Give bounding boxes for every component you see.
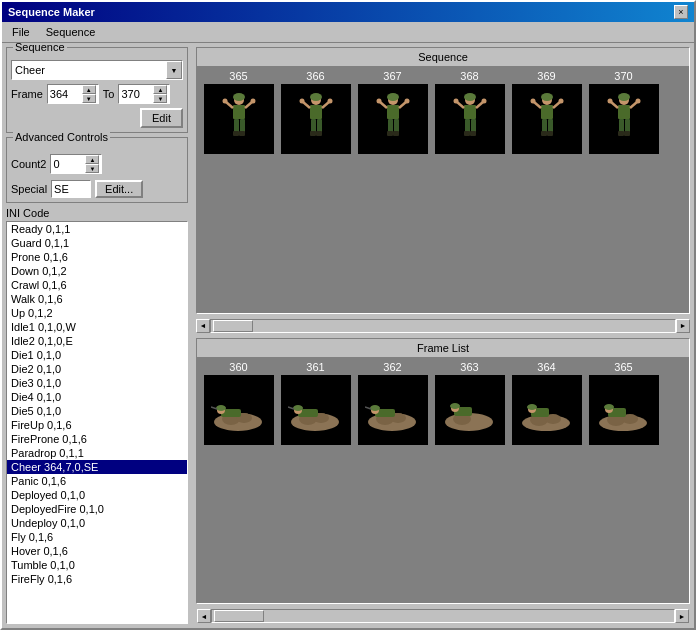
svg-rect-35 [464, 105, 476, 119]
ini-list-item[interactable]: Cheer 364,7,0,SE [7, 460, 187, 474]
ini-list-item[interactable]: Undeploy 0,1,0 [7, 516, 187, 530]
frame-list-cell[interactable]: 361 [278, 361, 353, 445]
ini-list-item[interactable]: Down 0,1,2 [7, 264, 187, 278]
ini-list-item[interactable]: Up 0,1,2 [7, 306, 187, 320]
menu-sequence[interactable]: Sequence [40, 24, 102, 40]
svg-point-38 [453, 98, 458, 103]
svg-point-78 [293, 405, 303, 411]
ini-list-item[interactable]: Idle1 0,1,0,W [7, 320, 187, 334]
special-label: Special [11, 183, 47, 195]
ini-list-item[interactable]: DeployedFire 0,1,0 [7, 502, 187, 516]
frame-input[interactable] [48, 87, 82, 101]
sequence-dropdown[interactable]: Cheer ▼ [11, 60, 183, 80]
sequence-edit-button[interactable]: Edit [140, 108, 183, 128]
to-spinner[interactable]: ▲ ▼ [118, 84, 170, 104]
frame-spinner[interactable]: ▲ ▼ [47, 84, 99, 104]
svg-line-37 [476, 102, 483, 108]
top-scrollbar-area: ◄ ► [196, 318, 690, 334]
scroll-right-arrow[interactable]: ► [676, 319, 690, 333]
scroll-thumb[interactable] [213, 320, 253, 332]
sequence-frame-cell[interactable]: 366 [278, 70, 353, 154]
svg-point-17 [327, 98, 332, 103]
ini-list-item[interactable]: Deployed 0,1,0 [7, 488, 187, 502]
frame-list-frame-number: 364 [537, 361, 555, 373]
frame-spinner-up[interactable]: ▲ [82, 85, 96, 94]
svg-rect-2 [233, 105, 245, 119]
ini-list-item[interactable]: FireFly 0,1,6 [7, 572, 187, 586]
frame-list-cell[interactable]: 360 [201, 361, 276, 445]
ini-list-item[interactable]: Fly 0,1,6 [7, 530, 187, 544]
svg-line-14 [303, 102, 310, 108]
frame-list-cell[interactable]: 364 [509, 361, 584, 445]
frame-list-cell[interactable]: 363 [432, 361, 507, 445]
scroll-left-arrow[interactable]: ◄ [196, 319, 210, 333]
ini-list-item[interactable]: Panic 0,1,6 [7, 474, 187, 488]
svg-point-61 [635, 98, 640, 103]
svg-point-1 [233, 93, 245, 101]
count2-spinner-up[interactable]: ▲ [85, 155, 99, 164]
svg-rect-62 [619, 119, 624, 133]
special-edit-button[interactable]: Edit... [95, 180, 143, 198]
ini-list-item[interactable]: Crawl 0,1,6 [7, 278, 187, 292]
sprite-frame-image [358, 84, 428, 154]
ini-list-item[interactable]: Die4 0,1,0 [7, 390, 187, 404]
ini-list-item[interactable]: Paradrop 0,1,1 [7, 446, 187, 460]
ini-list-item[interactable]: Die2 0,1,0 [7, 362, 187, 376]
to-spinner-down[interactable]: ▼ [153, 94, 167, 103]
count2-spinner-down[interactable]: ▼ [85, 164, 99, 173]
count2-spinner-buttons: ▲ ▼ [85, 155, 99, 173]
svg-point-16 [299, 98, 304, 103]
close-button[interactable]: × [674, 5, 688, 19]
ini-list-item[interactable]: Ready 0,1,1 [7, 222, 187, 236]
ini-list-item[interactable]: Walk 0,1,6 [7, 292, 187, 306]
frame-label: Frame [11, 88, 43, 100]
svg-rect-53 [541, 131, 547, 136]
sprite-frame-number: 367 [383, 70, 401, 82]
main-window: Sequence Maker × File Sequence Sequence … [0, 0, 696, 630]
sequence-frame-cell[interactable]: 365 [201, 70, 276, 154]
menu-file[interactable]: File [6, 24, 36, 40]
ini-list-item[interactable]: Tumble 0,1,0 [7, 558, 187, 572]
count2-spinner[interactable]: ▲ ▼ [50, 154, 102, 174]
to-input[interactable] [119, 87, 153, 101]
frame-list-cell[interactable]: 365 [586, 361, 661, 445]
sprite-frame-number: 369 [537, 70, 555, 82]
bottom-scroll-thumb[interactable] [214, 610, 264, 622]
ini-list-item[interactable]: Hover 0,1,6 [7, 544, 187, 558]
frame-spinner-buttons: ▲ ▼ [82, 85, 96, 103]
sequence-frame-cell[interactable]: 369 [509, 70, 584, 154]
svg-point-34 [464, 93, 476, 101]
special-input[interactable] [51, 180, 91, 198]
frame-spinner-down[interactable]: ▼ [82, 94, 96, 103]
sequence-frame-cell[interactable]: 367 [355, 70, 430, 154]
bottom-scroll-right[interactable]: ► [675, 609, 689, 623]
bottom-scroll-left[interactable]: ◄ [197, 609, 211, 623]
svg-point-97 [527, 404, 537, 410]
ini-list-item[interactable]: Guard 0,1,1 [7, 236, 187, 250]
sprite-frame-image [512, 84, 582, 154]
svg-rect-54 [547, 131, 553, 136]
sequence-frame-cell[interactable]: 368 [432, 70, 507, 154]
ini-list-item[interactable]: Die5 0,1,0 [7, 404, 187, 418]
svg-point-71 [216, 405, 226, 411]
ini-list-item[interactable]: FireUp 0,1,6 [7, 418, 187, 432]
sequence-dropdown-arrow[interactable]: ▼ [166, 61, 182, 79]
to-spinner-up[interactable]: ▲ [153, 85, 167, 94]
ini-list-item[interactable]: Prone 0,1,6 [7, 250, 187, 264]
scroll-track[interactable] [210, 319, 676, 333]
svg-line-26 [399, 102, 406, 108]
ini-list-item[interactable]: Die1 0,1,0 [7, 348, 187, 362]
svg-line-59 [630, 102, 637, 108]
sequence-frame-cell[interactable]: 370 [586, 70, 661, 154]
ini-code-section: INI Code Ready 0,1,1Guard 0,1,1Prone 0,1… [6, 207, 188, 624]
sprite-frame-image [589, 84, 659, 154]
count2-input[interactable] [51, 157, 85, 171]
ini-list-item[interactable]: Die3 0,1,0 [7, 376, 187, 390]
ini-list-item[interactable]: Idle2 0,1,0,E [7, 334, 187, 348]
frame-list-cell[interactable]: 362 [355, 361, 430, 445]
svg-rect-32 [393, 131, 399, 136]
ini-list-item[interactable]: FireProne 0,1,6 [7, 432, 187, 446]
svg-rect-24 [387, 105, 399, 119]
bottom-scroll-track[interactable] [211, 609, 675, 623]
ini-list[interactable]: Ready 0,1,1Guard 0,1,1Prone 0,1,6Down 0,… [6, 221, 188, 624]
